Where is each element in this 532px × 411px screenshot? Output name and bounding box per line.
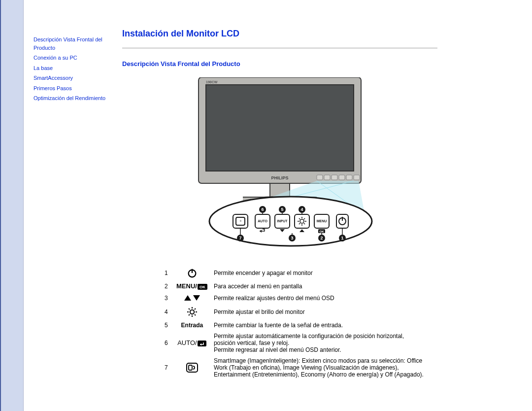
sidebar-item-front-view[interactable]: Descripción Vista Frontal del Producto	[33, 35, 117, 52]
sidebar-item-first-steps[interactable]: Primeros Pasos	[33, 84, 117, 93]
table-row: 7 SmartImage (ImagenInteligente): Existe…	[162, 355, 428, 380]
power-icon	[173, 266, 211, 280]
svg-text:2: 2	[320, 236, 323, 240]
left-decorative-stripe	[0, 0, 24, 411]
row-num: 3	[162, 292, 173, 304]
sidebar-item-pc-connect[interactable]: Conexión a su PC	[33, 54, 117, 62]
svg-line-75	[189, 314, 190, 315]
section-title: Descripción Vista Frontal del Producto	[122, 60, 522, 68]
svg-text:190CW: 190CW	[206, 80, 218, 84]
table-row: 4 Permite ajustar el brillo del monitor	[162, 304, 428, 320]
svg-rect-19	[336, 214, 348, 228]
table-row: 6 AUTO/ Permite ajustar automáticamente …	[162, 331, 428, 355]
controls-table: 1 Permite encender y apagar el monitor 2…	[162, 266, 428, 380]
svg-rect-77	[198, 341, 206, 346]
table-row: 1 Permite encender y apagar el monitor	[162, 266, 428, 280]
svg-line-73	[189, 308, 190, 309]
page-title: Instalación del Monitor LCD	[122, 29, 522, 39]
table-row: 2 MENU/OK Para acceder al menú en pantal…	[162, 280, 428, 292]
brightness-icon	[173, 304, 211, 320]
svg-rect-4	[324, 175, 330, 180]
row-text: Permite ajustar el brillo del monitor	[211, 304, 428, 320]
row-num: 2	[162, 280, 173, 292]
brand-label: PHILIPS	[271, 175, 288, 180]
svg-rect-6	[339, 175, 345, 180]
sidebar-item-optimize[interactable]: Optimización del Rendimiento	[33, 94, 117, 103]
svg-marker-67	[193, 295, 200, 301]
table-row: 3 Permite realizar ajustes dentro del me…	[162, 292, 428, 304]
table-row: 5 Entrada Permite cambiar la fuente de l…	[162, 320, 428, 331]
input-label: Entrada	[173, 320, 211, 331]
svg-text:INPUT: INPUT	[277, 219, 288, 223]
row-text: Permite ajustar automáticamente la confi…	[211, 331, 428, 355]
svg-rect-5	[332, 175, 337, 180]
row-text: Permite cambiar la fuente de la señal de…	[211, 320, 428, 331]
menu-ok-icon: MENU/OK	[173, 280, 211, 292]
monitor-figure: 190CW PHILIPS	[122, 77, 437, 254]
row-text: SmartImage (ImagenInteligente): Existen …	[211, 355, 428, 380]
svg-rect-7	[346, 175, 352, 180]
svg-text:ᴮ: ᴮ	[240, 220, 241, 223]
svg-line-74	[195, 314, 196, 315]
svg-text:OK: OK	[320, 230, 325, 233]
sidebar-nav: Descripción Vista Frontal del Producto C…	[33, 14, 117, 411]
svg-text:1: 1	[341, 236, 343, 240]
svg-text:MENU: MENU	[317, 219, 327, 223]
auto-return-icon: AUTO/	[173, 331, 211, 355]
svg-text:4: 4	[300, 207, 303, 212]
svg-point-68	[190, 310, 194, 314]
svg-rect-3	[317, 175, 323, 180]
svg-text:OK: OK	[200, 285, 205, 289]
sidebar-item-smartacc[interactable]: SmartAccessory	[33, 74, 117, 82]
row-num: 7	[162, 355, 173, 380]
smartimage-icon	[173, 355, 211, 380]
row-num: 5	[162, 320, 173, 331]
row-num: 4	[162, 304, 173, 320]
row-text: Permite realizar ajustes dentro del menú…	[211, 292, 428, 304]
divider	[122, 48, 437, 48]
svg-text:3: 3	[291, 236, 293, 240]
row-num: 6	[162, 331, 173, 355]
svg-text:AUTO: AUTO	[258, 219, 267, 223]
svg-rect-2	[206, 85, 354, 171]
svg-rect-80	[189, 365, 192, 370]
row-text: Permite encender y apagar el monitor	[211, 266, 428, 280]
sidebar-item-base[interactable]: La base	[33, 64, 117, 72]
svg-rect-17	[295, 214, 309, 228]
main-content: Instalación del Monitor LCD Descripción …	[117, 14, 522, 411]
svg-line-76	[195, 308, 196, 309]
row-text: Para acceder al menú en pantalla	[211, 280, 428, 292]
svg-marker-66	[184, 295, 191, 301]
svg-rect-8	[354, 175, 360, 180]
svg-text:7: 7	[239, 236, 241, 240]
up-down-icon	[173, 292, 211, 304]
row-num: 1	[162, 266, 173, 280]
svg-text:5: 5	[281, 207, 283, 212]
svg-text:6: 6	[261, 207, 264, 212]
